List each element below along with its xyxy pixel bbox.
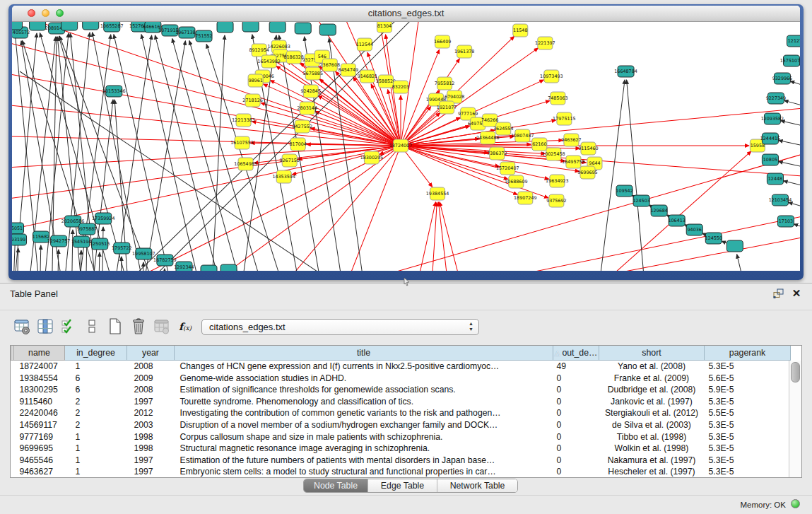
graph-node-1244415[interactable]: 1244415 [760,133,780,144]
graph-node-10688609[interactable]: 10688609 [505,175,528,188]
graph-node-9242845[interactable]: 9242845 [301,85,321,98]
cell-short[interactable]: Franke et al. (2009) [599,373,705,385]
graph-node-124550[interactable]: 124550 [705,233,722,244]
graph-node-9115460[interactable]: 9115460 [578,142,598,155]
cell-pagerank[interactable]: 5.9E-5 [705,384,791,396]
graph-node-9227349[interactable]: 9227349 [766,93,786,104]
graph-edge[interactable] [413,202,435,271]
cell-short[interactable]: Jankovic et al. (1997) [599,396,705,408]
cell-short[interactable]: de Silva et al. (2003) [599,419,705,431]
graph-edge[interactable] [71,230,73,271]
graph-node-1545194[interactable]: 1545194 [71,236,91,247]
cell-pagerank[interactable]: 5.3E-5 [705,419,791,431]
close-window-button[interactable] [28,9,35,17]
cell-name[interactable]: 9465546 [14,455,65,467]
cell-out_degree[interactable]: 49 [553,361,599,373]
graph-node-129684[interactable]: 129684 [650,205,667,216]
column-header-short[interactable]: short [599,346,705,361]
table-row[interactable]: 946554611997Estimation of the future num… [11,455,791,467]
cell-in_degree[interactable]: 1 [65,431,127,443]
graph-node-1221397[interactable]: 1221397 [535,37,555,49]
table-row[interactable]: 969969511998Structural magnetic resonanc… [11,443,791,455]
graph-edge[interactable] [440,202,466,271]
cell-title[interactable]: Structural magnetic resonance image aver… [175,443,553,455]
graph-node-12103454[interactable]: 12103454 [769,194,792,206]
cell-title[interactable]: Tourette syndrome. Phenomenology and cla… [175,396,553,408]
cell-name[interactable]: 9777169 [14,431,65,443]
graph-edge[interactable] [252,122,401,146]
graph-node-751552[interactable]: 751552 [195,30,212,42]
zoom-window-button[interactable] [56,9,64,17]
cell-year[interactable]: 2009 [127,373,175,385]
window-titlebar[interactable]: citations_edges.txt [12,6,800,22]
cell-title[interactable]: Changes of HCN gene expression and I(f) … [175,361,553,373]
column-header-out_degree[interactable]: △out_de… [553,346,599,361]
graph-node-7386372[interactable]: 7386372 [487,147,507,160]
graph-node-98961[interactable]: 98961 [248,74,263,87]
cell-in_degree[interactable]: 6 [65,384,127,396]
graph-edge[interactable] [140,41,185,271]
table-row[interactable]: 1872400712008Changes of HCN gene express… [11,361,791,373]
cell-year[interactable]: 2008 [127,384,175,396]
graph-node-8186328[interactable]: 8186328 [283,51,303,64]
cell-pagerank[interactable]: 5.5E-5 [705,407,791,419]
graph-node-832203[interactable]: 832203 [392,81,409,93]
graph-edge[interactable] [40,245,41,271]
cell-year[interactable]: 1997 [127,396,175,408]
column-header-in_degree[interactable]: in_degree [65,346,127,361]
graph-node-18724007[interactable]: 18724007 [389,139,413,152]
cell-pagerank[interactable]: 5.3E-5 [705,361,791,373]
graph-node-16782759[interactable]: 16782759 [153,255,177,266]
network-view-window[interactable]: citations_edges.txt 18724007183002951938… [8,4,804,280]
cell-short[interactable]: Wolkin et al. (1998) [599,443,705,455]
cell-year[interactable]: 1997 [127,466,175,478]
graph-node-12127[interactable]: 12127 [787,35,800,47]
column-header-title[interactable]: title [175,346,553,361]
cell-title[interactable]: Investigating the contribution of common… [175,407,553,419]
cell-name[interactable]: 14569117 [14,419,65,431]
graph-node-94036[interactable]: 94036 [686,224,702,235]
graph-node-10973493[interactable]: 10973493 [540,70,563,83]
graph-node-15751074[interactable]: 15751074 [780,55,800,66]
graph-edge[interactable] [142,262,143,271]
graph-node-7955812[interactable]: 7955812 [435,77,454,90]
graph-node-19634923[interactable]: 19634923 [546,175,569,187]
graph-edge[interactable] [339,146,401,271]
graph-node-18907249[interactable]: 18907249 [514,192,537,204]
column-header-pagerank[interactable]: pagerank [705,346,791,361]
graph-edge[interactable] [163,269,165,271]
cell-in_degree[interactable]: 1 [65,443,127,455]
tab-node-table[interactable]: Node Table [304,479,367,492]
graph-edge[interactable] [98,252,100,271]
cell-in_degree[interactable]: 1 [65,361,127,373]
graph-node-12448[interactable]: 12448 [767,173,783,185]
cell-out_degree[interactable]: 0 [553,407,599,419]
cell-short[interactable]: Dudbridge et al. (2008) [599,384,705,396]
graph-node-7485063[interactable]: 7485063 [548,92,567,105]
graph-node-109542[interactable]: 109542 [616,185,632,197]
graph-node-u1[interactable] [12,22,23,30]
cell-out_degree[interactable]: 0 [553,396,599,408]
graph-edge[interactable] [790,81,800,89]
graph-node-9463627[interactable]: 9463627 [561,134,581,146]
cell-in_degree[interactable]: 6 [65,373,127,385]
cell-year[interactable]: 1997 [127,455,175,467]
cell-name[interactable]: 9115460 [14,396,65,408]
graph-node-62160[interactable]: 62160 [532,138,547,151]
graph-edge[interactable] [737,255,749,271]
column-header-name[interactable]: name [14,346,65,361]
graph-node-u2[interactable] [30,22,46,30]
graph-node-1292344[interactable]: 1292344 [174,262,194,271]
graph-node-12942757[interactable]: 12942757 [47,235,71,247]
graph-node-9375692[interactable]: 9375692 [546,194,566,207]
graph-node-11548[interactable]: 11548 [513,24,528,37]
graph-node-u8[interactable] [295,23,311,34]
cell-title[interactable]: Disruption of a novel member of a sodium… [175,419,553,431]
delete-table-button[interactable] [153,317,171,337]
cell-in_degree[interactable]: 2 [65,396,127,408]
table-row[interactable]: 1456911722003Disruption of a novel membe… [11,419,791,431]
cell-title[interactable]: Estimation of the future numbers of pati… [175,455,553,467]
graph-node-17975115[interactable]: 17975115 [553,112,576,125]
cell-year[interactable]: 2003 [127,419,175,431]
cell-in_degree[interactable]: 2 [65,419,127,431]
